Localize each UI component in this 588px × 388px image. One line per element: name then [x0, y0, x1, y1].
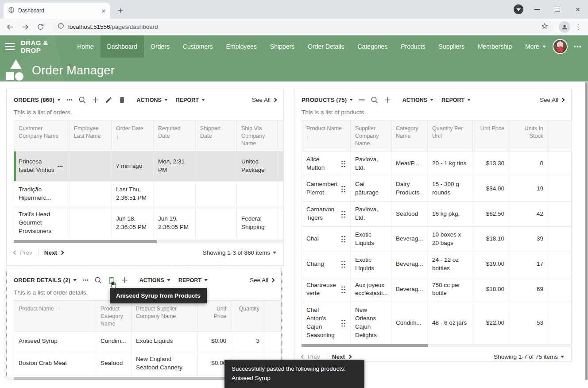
- scrollbar-thumb[interactable]: [302, 344, 428, 347]
- maximize-button[interactable]: [547, 0, 568, 19]
- nav-item-shippers[interactable]: Shippers: [263, 35, 301, 58]
- browser-profile-icon[interactable]: [559, 21, 570, 33]
- column-header[interactable]: Product Category Name: [96, 301, 132, 331]
- paste-products-button[interactable]: [105, 275, 118, 286]
- products-search-icon[interactable]: [368, 94, 381, 106]
- orders-horizontal-scrollbar[interactable]: [14, 240, 283, 243]
- table-row[interactable]: Camembert Pierrot Gai pâturage Dairy Pro…: [302, 176, 571, 202]
- table-row[interactable]: Carnarvon Tigers Pavlova, Ltd. Seafood 1…: [302, 202, 571, 227]
- column-header[interactable]: Product Name↑: [302, 120, 351, 151]
- column-header[interactable]: Product Supplier Company Name: [132, 301, 198, 331]
- column-header[interactable]: Required Date: [154, 120, 196, 151]
- products-see-all-link[interactable]: See All: [540, 97, 564, 103]
- column-header[interactable]: Unit Price: [473, 120, 509, 151]
- column-header[interactable]: Quantity: [231, 301, 264, 331]
- orders-more-options-icon[interactable]: •••: [67, 97, 73, 102]
- back-button[interactable]: [4, 20, 17, 34]
- column-header[interactable]: Shipped Date: [196, 120, 237, 151]
- table-row[interactable]: Tradição Hipermerc... Last Thu, 2:36:51 …: [14, 182, 283, 207]
- nav-item-employees[interactable]: Employees: [220, 35, 263, 58]
- table-row[interactable]: Trail's Head Gourmet Provisioners Jun 18…: [14, 206, 283, 240]
- orders-report-menu[interactable]: REPORT: [176, 97, 205, 103]
- products-panel-title[interactable]: PRODUCTS (75): [302, 97, 353, 103]
- products-more-options-icon[interactable]: •••: [359, 97, 365, 102]
- scrollbar-thumb[interactable]: [14, 240, 157, 243]
- order-details-more-options-icon[interactable]: •••: [83, 278, 89, 283]
- order-details-report-menu[interactable]: REPORT: [178, 277, 208, 283]
- products-actions-menu[interactable]: ACTIONS: [402, 97, 433, 103]
- table-row[interactable]: Princesa Isabel Vinhos ••• 7 min ago Mon…: [14, 151, 283, 182]
- nav-item-suppliers[interactable]: Suppliers: [432, 35, 471, 58]
- column-header[interactable]: Category Name: [391, 120, 428, 151]
- tab-close-icon[interactable]: ×: [101, 8, 105, 14]
- orders-see-all-link[interactable]: See All: [252, 97, 276, 103]
- minimize-button[interactable]: [527, 0, 547, 19]
- browser-menu-icon[interactable]: ⋮: [572, 23, 584, 31]
- drag-handle-icon[interactable]: [341, 319, 346, 327]
- nav-item-membership[interactable]: Membership: [471, 35, 518, 58]
- forward-button[interactable]: [19, 20, 32, 34]
- header-overflow-icon[interactable]: •••: [574, 43, 582, 50]
- table-row[interactable]: Chef Anton's Cajun Seasoning New Orleans…: [302, 302, 571, 344]
- nav-item-more[interactable]: More: [518, 35, 553, 58]
- nav-item-customers[interactable]: Customers: [176, 35, 220, 58]
- new-tab-button[interactable]: +: [114, 4, 127, 17]
- drag-handle-icon[interactable]: [341, 260, 346, 268]
- column-header[interactable]: Employee Last Name: [70, 120, 112, 151]
- orders-actions-menu[interactable]: ACTIONS: [137, 97, 168, 103]
- reload-button[interactable]: [34, 20, 47, 34]
- orders-add-icon[interactable]: [89, 94, 102, 106]
- table-row[interactable]: Chartreuse verte Aux joyeux ecclésiasti.…: [302, 277, 571, 303]
- page-info-icon[interactable]: [58, 23, 64, 31]
- order-details-search-icon[interactable]: [92, 275, 105, 286]
- products-page-size-dropdown[interactable]: Showing 1-7 of 75 items: [494, 353, 564, 360]
- orders-search-icon[interactable]: [76, 94, 89, 106]
- column-header[interactable]: Product Name↑: [14, 301, 96, 331]
- order-details-panel-title[interactable]: ORDER DETAILS (2): [14, 277, 77, 283]
- products-report-menu[interactable]: REPORT: [441, 97, 471, 103]
- column-header[interactable]: Units In Stock: [509, 120, 548, 151]
- page-vertical-scrollbar[interactable]: [585, 82, 588, 380]
- nav-item-order-details[interactable]: Order Details: [301, 35, 351, 58]
- products-prev-button[interactable]: Prev: [302, 353, 320, 360]
- row-menu-icon[interactable]: •••: [58, 164, 63, 169]
- table-row[interactable]: Chang Exotic Liquids Beverag... 24 - 12 …: [302, 252, 571, 277]
- order-details-see-all-link[interactable]: See All: [250, 277, 274, 283]
- column-header[interactable]: Unit Price: [198, 301, 231, 331]
- table-row[interactable]: Aniseed Syrup Condim... Exotic Liquids $…: [14, 332, 281, 351]
- hamburger-menu-icon[interactable]: [5, 35, 15, 58]
- user-avatar[interactable]: [553, 39, 568, 54]
- products-add-icon[interactable]: [381, 94, 395, 106]
- drag-handle-icon[interactable]: [341, 235, 346, 243]
- nav-item-dashboard[interactable]: Dashboard: [101, 35, 144, 58]
- browser-update-badge-icon[interactable]: [514, 4, 523, 14]
- nav-item-categories[interactable]: Categories: [351, 35, 395, 58]
- products-horizontal-scrollbar[interactable]: [302, 344, 571, 347]
- drag-handle-icon[interactable]: [341, 160, 346, 167]
- orders-next-button[interactable]: Next: [44, 249, 63, 256]
- column-header[interactable]: Customer Company Name: [14, 120, 70, 151]
- drag-handle-icon[interactable]: [341, 185, 346, 193]
- table-row[interactable]: Chai Exotic Liquids Beverag... 10 boxes …: [302, 227, 571, 252]
- drag-handle-icon[interactable]: [341, 286, 346, 293]
- nav-item-orders[interactable]: Orders: [144, 35, 176, 58]
- table-row[interactable]: Alice Mutton Pavlova, Ltd. Meat/P... 20 …: [302, 151, 571, 177]
- order-details-add-icon[interactable]: [118, 275, 132, 286]
- close-window-button[interactable]: ×: [568, 0, 588, 19]
- column-header[interactable]: Ship Via Company Name: [237, 120, 278, 151]
- nav-item-home[interactable]: Home: [70, 35, 100, 58]
- orders-edit-icon[interactable]: [102, 94, 116, 106]
- column-header[interactable]: Supplier Company Name: [351, 120, 391, 151]
- browser-tab[interactable]: Dashboard ×: [4, 3, 110, 19]
- drag-handle-icon[interactable]: [341, 210, 346, 218]
- nav-item-products[interactable]: Products: [394, 35, 432, 58]
- order-details-actions-menu[interactable]: ACTIONS: [139, 277, 170, 283]
- column-header[interactable]: Order Date↓: [112, 120, 154, 151]
- column-header[interactable]: Quantity Per Unit: [428, 120, 473, 151]
- url-bar[interactable]: localhost:51556/pages/dashboard: [52, 21, 553, 33]
- products-next-button[interactable]: Next: [332, 353, 351, 360]
- orders-page-size-dropdown[interactable]: Showing 1-3 of 860 items: [203, 249, 276, 256]
- orders-prev-button[interactable]: Prev: [14, 249, 32, 256]
- bookmark-star-icon[interactable]: [541, 23, 548, 31]
- orders-panel-title[interactable]: ORDERS (860): [14, 97, 61, 103]
